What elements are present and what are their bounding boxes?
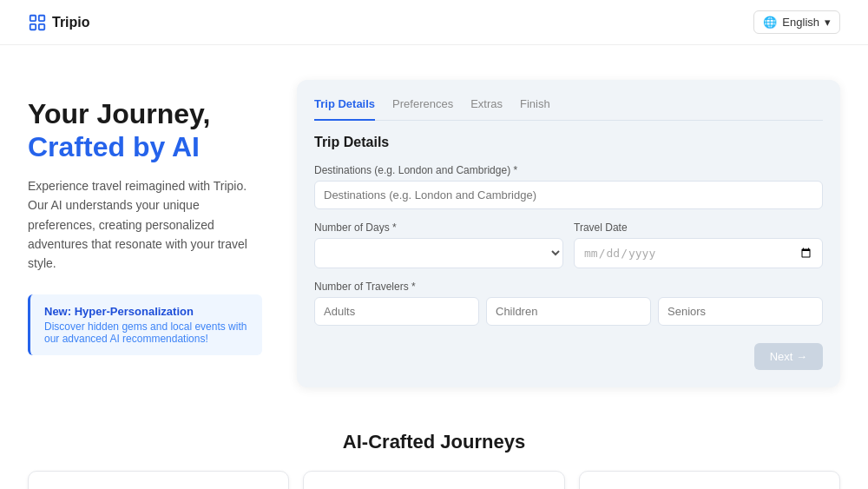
- date-input[interactable]: [574, 238, 823, 268]
- travelers-label: Number of Travelers *: [314, 281, 823, 293]
- destinations-group: Destinations (e.g. London and Cambridge)…: [314, 164, 823, 209]
- days-select[interactable]: 1 2 3 4 5 6 7 10 14: [314, 238, 563, 268]
- trip-details-card: Trip Details Preferences Extras Finish T…: [297, 80, 840, 387]
- globe-icon: 🌐: [763, 16, 777, 29]
- ai-section: AI-Crafted Journeys 7-Day Singapore Trav…: [0, 405, 868, 489]
- date-label: Travel Date: [574, 221, 823, 234]
- adults-input[interactable]: [314, 297, 479, 326]
- form-footer: Next →: [314, 343, 823, 370]
- children-input[interactable]: [486, 297, 651, 326]
- form-title: Trip Details: [314, 135, 823, 150]
- journey-card-title-3: 6-Day Itinerary for 3 Adults Visiting Ma…: [594, 486, 825, 489]
- promo-desc: Discover hidden gems and local events wi…: [44, 320, 248, 345]
- days-date-row: Number of Days * 1 2 3 4 5 6 7 10 14: [314, 221, 823, 281]
- language-button[interactable]: 🌐 English ▾: [753, 10, 840, 34]
- travelers-group: Number of Travelers *: [314, 281, 823, 326]
- promo-title: New: Hyper-Personalization: [44, 305, 248, 318]
- journey-card-1[interactable]: 7-Day Singapore Travel Plan for 3 Travel…: [28, 471, 289, 489]
- journey-card-3[interactable]: 6-Day Itinerary for 3 Adults Visiting Ma…: [579, 471, 840, 489]
- travelers-row: [314, 297, 823, 326]
- hero-title-blue: Crafted by AI: [28, 131, 200, 162]
- chevron-down-icon: ▾: [825, 16, 831, 29]
- journey-card-2[interactable]: 7-Day Itinerary: Exploring the Eternal C…: [303, 471, 564, 489]
- destinations-label: Destinations (e.g. London and Cambridge)…: [314, 164, 823, 176]
- next-button[interactable]: Next →: [754, 343, 823, 370]
- svg-rect-0: [30, 15, 36, 20]
- days-label: Number of Days *: [314, 221, 563, 234]
- ai-section-title: AI-Crafted Journeys: [28, 431, 840, 453]
- hero-title: Your Journey, Crafted by AI: [28, 97, 262, 164]
- destinations-input[interactable]: [314, 181, 823, 209]
- days-group: Number of Days * 1 2 3 4 5 6 7 10 14: [314, 221, 563, 268]
- journey-card-title-2: 7-Day Itinerary: Exploring the Eternal C…: [318, 486, 549, 489]
- tab-finish[interactable]: Finish: [520, 97, 550, 121]
- seniors-input[interactable]: [658, 297, 823, 326]
- logo-icon: [28, 13, 47, 32]
- logo-text: Tripio: [52, 15, 90, 30]
- svg-rect-2: [30, 23, 36, 29]
- svg-rect-3: [39, 23, 44, 29]
- logo-area: Tripio: [28, 13, 90, 32]
- journey-card-title-1: 7-Day Singapore Travel Plan for 3 Travel…: [43, 486, 274, 489]
- promo-box: New: Hyper-Personalization Discover hidd…: [28, 294, 262, 355]
- date-group: Travel Date: [574, 221, 823, 268]
- journey-cards-top: 7-Day Singapore Travel Plan for 3 Travel…: [28, 471, 840, 489]
- tab-extras[interactable]: Extras: [470, 97, 503, 121]
- tab-trip-details[interactable]: Trip Details: [314, 97, 375, 121]
- form-tabs: Trip Details Preferences Extras Finish: [314, 97, 823, 121]
- tab-preferences[interactable]: Preferences: [392, 97, 453, 121]
- lang-label: English: [782, 16, 819, 29]
- hero-description: Experience travel reimagined with Tripio…: [28, 176, 262, 274]
- svg-rect-1: [39, 15, 44, 20]
